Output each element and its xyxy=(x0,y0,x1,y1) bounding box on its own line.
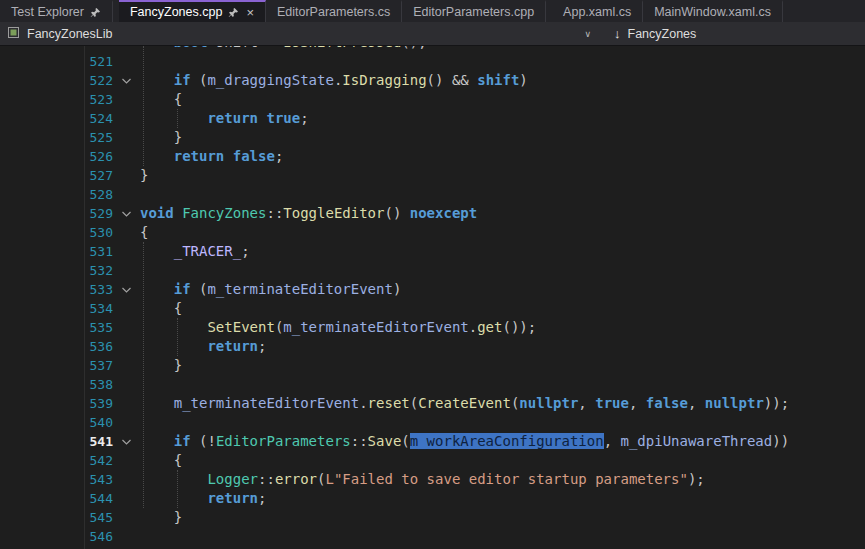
code-text[interactable]: Logger::error(L"Failed to save editor st… xyxy=(140,470,865,489)
line-number[interactable]: 544 xyxy=(0,489,113,508)
code-text[interactable]: SetEvent(m_terminateEditorEvent.get()); xyxy=(140,318,865,337)
line-number[interactable]: 529 xyxy=(0,204,113,223)
code-text[interactable]: _TRACER_; xyxy=(140,242,865,261)
code-line-521[interactable]: 521 xyxy=(0,52,865,71)
tab-fancyzones-cpp[interactable]: FancyZones.cpp× xyxy=(119,0,266,22)
fold-chevron-icon[interactable] xyxy=(113,204,140,223)
code-text[interactable]: return false; xyxy=(140,147,865,166)
code-area[interactable]: bool shift = IsShiftPressed();521522 if … xyxy=(0,46,865,549)
code-text[interactable]: if (!EditorParameters::Save(m_workAreaCo… xyxy=(140,432,865,451)
code-text[interactable]: } xyxy=(140,356,865,375)
chevron-down-icon[interactable]: ∨ xyxy=(584,29,600,39)
line-number[interactable]: 527 xyxy=(0,166,113,185)
fold-chevron-icon[interactable] xyxy=(113,432,140,451)
code-line-539[interactable]: 539 m_terminateEditorEvent.reset(CreateE… xyxy=(0,394,865,413)
line-number[interactable]: 525 xyxy=(0,128,113,147)
line-number[interactable]: 522 xyxy=(0,71,113,90)
code-text[interactable]: if (m_terminateEditorEvent) xyxy=(140,280,865,299)
close-icon[interactable]: × xyxy=(246,6,254,19)
code-line-541[interactable]: 541 if (!EditorParameters::Save(m_workAr… xyxy=(0,432,865,451)
code-text[interactable]: { xyxy=(140,299,865,318)
code-line-540[interactable]: 540 xyxy=(0,413,865,432)
pin-icon[interactable] xyxy=(90,7,101,18)
code-line-527[interactable]: 527} xyxy=(0,166,865,185)
line-number[interactable]: 538 xyxy=(0,375,113,394)
project-dropdown[interactable]: FancyZonesLib ∨ xyxy=(0,26,600,42)
line-number[interactable]: 531 xyxy=(0,242,113,261)
code-text[interactable]: if (m_draggingState.IsDragging() && shif… xyxy=(140,71,865,90)
code-line-524[interactable]: 524 return true; xyxy=(0,109,865,128)
line-number[interactable]: 537 xyxy=(0,356,113,375)
line-number[interactable]: 523 xyxy=(0,90,113,109)
code-line-525[interactable]: 525 } xyxy=(0,128,865,147)
code-line-544[interactable]: 544 return; xyxy=(0,489,865,508)
code-text[interactable]: { xyxy=(140,451,865,470)
line-number[interactable]: 530 xyxy=(0,223,113,242)
code-text[interactable]: return; xyxy=(140,489,865,508)
code-line-530[interactable]: 530{ xyxy=(0,223,865,242)
tab-mainwindow-xaml-cs[interactable]: MainWindow.xaml.cs xyxy=(643,0,783,22)
code-text[interactable]: m_terminateEditorEvent.reset(CreateEvent… xyxy=(140,394,865,413)
code-line-537[interactable]: 537 } xyxy=(0,356,865,375)
line-number[interactable]: 524 xyxy=(0,109,113,128)
code-line-536[interactable]: 536 return; xyxy=(0,337,865,356)
line-number[interactable]: 540 xyxy=(0,413,113,432)
code-line-529[interactable]: 529void FancyZones::ToggleEditor() noexc… xyxy=(0,204,865,223)
code-line-535[interactable]: 535 SetEvent(m_terminateEditorEvent.get(… xyxy=(0,318,865,337)
tab-app-xaml-cs[interactable]: App.xaml.cs xyxy=(552,0,643,22)
code-text[interactable]: } xyxy=(140,128,865,147)
fold-spacer xyxy=(113,489,140,508)
line-number[interactable]: 536 xyxy=(0,337,113,356)
tab-editorparameters-cpp[interactable]: EditorParameters.cpp xyxy=(402,0,546,22)
code-text[interactable]: { xyxy=(140,90,865,109)
code-line-532[interactable]: 532 xyxy=(0,261,865,280)
line-number[interactable]: 542 xyxy=(0,451,113,470)
line-number[interactable]: 545 xyxy=(0,508,113,527)
code-text[interactable]: return true; xyxy=(140,109,865,128)
code-line-543[interactable]: 543 Logger::error(L"Failed to save edito… xyxy=(0,470,865,489)
line-number[interactable]: 539 xyxy=(0,394,113,413)
line-number[interactable]: 535 xyxy=(0,318,113,337)
code-line-528[interactable]: 528 xyxy=(0,185,865,204)
line-number[interactable]: 533 xyxy=(0,280,113,299)
pin-icon[interactable] xyxy=(228,7,239,18)
code-text[interactable] xyxy=(140,527,865,546)
code-line-522[interactable]: 522 if (m_draggingState.IsDragging() && … xyxy=(0,71,865,90)
tab-editorparameters-cs[interactable]: EditorParameters.cs xyxy=(266,0,402,22)
line-number[interactable]: 521 xyxy=(0,52,113,71)
line-number[interactable]: 526 xyxy=(0,147,113,166)
code-line-534[interactable]: 534 { xyxy=(0,299,865,318)
code-line-531[interactable]: 531 _TRACER_; xyxy=(0,242,865,261)
code-token: return xyxy=(207,490,258,506)
tab-test-explorer[interactable]: Test Explorer xyxy=(0,0,113,22)
line-number[interactable]: 528 xyxy=(0,185,113,204)
fold-chevron-icon[interactable] xyxy=(113,71,140,90)
code-line-542[interactable]: 542 { xyxy=(0,451,865,470)
line-number[interactable]: 546 xyxy=(0,527,113,546)
member-dropdown[interactable]: ↓ FancyZones xyxy=(600,27,696,41)
code-text[interactable] xyxy=(140,261,865,280)
code-line-546[interactable]: 546 xyxy=(0,527,865,546)
selected-token[interactable]: m_workAreaConfiguration xyxy=(410,433,604,449)
code-line-538[interactable]: 538 xyxy=(0,375,865,394)
line-number[interactable]: 543 xyxy=(0,470,113,489)
code-line-533[interactable]: 533 if (m_terminateEditorEvent) xyxy=(0,280,865,299)
code-line-526[interactable]: 526 return false; xyxy=(0,147,865,166)
code-text[interactable]: } xyxy=(140,166,865,185)
line-number[interactable]: 534 xyxy=(0,299,113,318)
line-number[interactable]: 532 xyxy=(0,261,113,280)
code-text[interactable] xyxy=(140,375,865,394)
code-line-545[interactable]: 545 } xyxy=(0,508,865,527)
code-text[interactable]: } xyxy=(140,508,865,527)
code-text[interactable]: { xyxy=(140,223,865,242)
fold-chevron-icon[interactable] xyxy=(113,280,140,299)
line-number[interactable]: 541 xyxy=(0,432,113,451)
code-text[interactable]: return; xyxy=(140,337,865,356)
code-text[interactable]: void FancyZones::ToggleEditor() noexcept xyxy=(140,204,865,223)
code-editor[interactable]: bool shift = IsShiftPressed();521522 if … xyxy=(0,46,865,549)
code-token: nullptr xyxy=(705,395,764,411)
code-line-523[interactable]: 523 { xyxy=(0,90,865,109)
code-text[interactable] xyxy=(140,413,865,432)
code-text[interactable] xyxy=(140,185,865,204)
code-text[interactable] xyxy=(140,52,865,71)
